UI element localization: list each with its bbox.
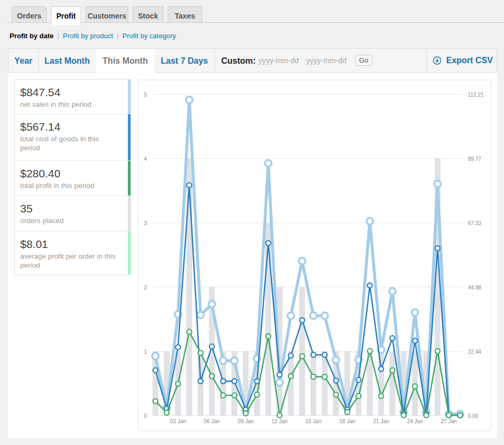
svg-text:2: 2: [144, 285, 147, 290]
svg-text:89.77: 89.77: [468, 156, 481, 162]
svg-text:03 Jan: 03 Jan: [170, 418, 186, 424]
svg-text:18 Jan: 18 Jan: [340, 418, 355, 424]
svg-text:0: 0: [144, 413, 147, 419]
svg-text:67.33: 67.33: [468, 220, 481, 226]
svg-text:27 Jan: 27 Jan: [441, 418, 457, 424]
svg-text:24 Jan: 24 Jan: [407, 418, 423, 424]
svg-text:09 Jan: 09 Jan: [238, 418, 254, 424]
svg-text:15 Jan: 15 Jan: [306, 418, 321, 424]
svg-text:12 Jan: 12 Jan: [272, 418, 288, 424]
svg-text:0.00: 0.00: [468, 413, 479, 419]
svg-text:21 Jan: 21 Jan: [373, 418, 389, 424]
svg-text:1: 1: [144, 349, 147, 355]
svg-text:06 Jan: 06 Jan: [204, 418, 220, 424]
svg-text:44.88: 44.88: [468, 285, 481, 290]
svg-text:4: 4: [144, 156, 147, 162]
svg-text:3: 3: [144, 220, 147, 226]
svg-text:5: 5: [144, 92, 147, 98]
svg-text:112.21: 112.21: [468, 92, 484, 98]
svg-text:22.44: 22.44: [468, 349, 481, 355]
